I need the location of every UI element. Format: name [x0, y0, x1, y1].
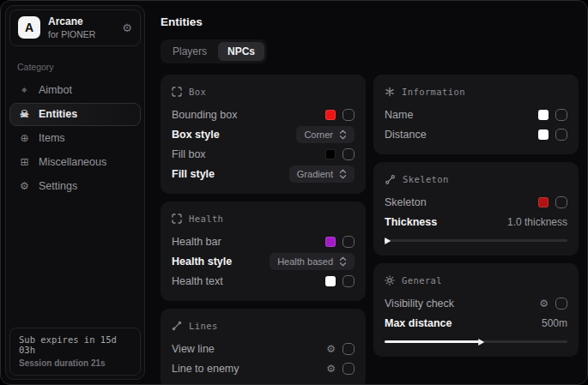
slider-fill	[385, 340, 480, 343]
items-icon: ⊕	[18, 132, 31, 144]
chevrons-up-down-icon	[339, 129, 347, 140]
setting-row: Fill style Gradient	[172, 164, 355, 183]
thickness-slider[interactable]	[385, 239, 567, 242]
card-title: Box	[189, 87, 206, 97]
visibility-check-checkbox[interactable]	[555, 298, 567, 310]
box-style-dropdown[interactable]: Corner	[296, 126, 355, 143]
setting-row: Visibility check ⚙	[385, 293, 567, 313]
fill-box-checkbox[interactable]	[342, 148, 355, 160]
line-to-enemy-settings-icon[interactable]: ⚙	[326, 363, 336, 375]
box-card-header: Box	[172, 83, 355, 100]
corner-brackets-icon	[172, 214, 182, 224]
dropdown-value: Health based	[277, 256, 333, 267]
sidebar-item-entities[interactable]: ☠ Entities	[9, 103, 141, 126]
setting-row: View line ⚙	[172, 339, 355, 358]
setting-label: Fill style	[172, 168, 215, 180]
health-text-color-swatch[interactable]	[325, 276, 336, 286]
setting-label: Max distance	[385, 317, 452, 329]
health-bar-checkbox[interactable]	[342, 236, 355, 248]
gear-icon[interactable]: ⚙	[122, 21, 132, 34]
setting-label: Fill box	[172, 148, 206, 160]
health-text-checkbox[interactable]	[342, 275, 355, 287]
chevrons-up-down-icon	[339, 169, 347, 179]
setting-row: Bounding box	[172, 105, 355, 124]
slider-thumb[interactable]	[478, 339, 484, 346]
setting-label: Name	[385, 109, 413, 121]
slider-value: 500m	[542, 317, 567, 329]
setting-row: Box style Corner	[172, 124, 355, 144]
box-card: Box Bounding box Box style Corner	[161, 75, 366, 194]
bounding-box-checkbox[interactable]	[342, 109, 355, 121]
name-color-swatch[interactable]	[538, 110, 549, 120]
sidebar-item-label: Entities	[39, 108, 77, 120]
health-bar-color-swatch[interactable]	[325, 237, 336, 247]
skeleton-checkbox[interactable]	[555, 196, 567, 208]
corner-brackets-icon	[172, 87, 182, 97]
left-column: Box Bounding box Box style Corner	[161, 75, 366, 384]
setting-row: Name	[385, 105, 567, 124]
setting-row: Skeleton	[385, 192, 567, 212]
bounding-box-color-swatch[interactable]	[325, 110, 336, 120]
main-content: Entities Players NPCs Box	[149, 1, 587, 384]
sidebar-item-miscellaneous[interactable]: ⊞ Miscellaneous	[9, 151, 141, 174]
skeleton-color-swatch[interactable]	[538, 197, 549, 208]
setting-label: Health bar	[172, 236, 221, 248]
tab-npcs[interactable]: NPCs	[218, 42, 264, 61]
settings-icon: ⚙	[18, 180, 31, 192]
subscription-box: Sub expires in 15d 03h Session duration …	[9, 328, 141, 376]
sidebar: A Arcane for PIONER ⚙ Category ⌖ Aimbot …	[1, 1, 149, 384]
setting-label: Health style	[172, 256, 232, 268]
setting-label: Box style	[172, 129, 220, 141]
cards-grid: Box Bounding box Box style Corner	[161, 75, 579, 384]
entities-icon: ☠	[18, 108, 31, 120]
distance-color-swatch[interactable]	[538, 129, 549, 140]
slider-label-row: Thickness 1.0 thickness	[385, 212, 567, 232]
health-card-header: Health	[172, 210, 355, 227]
sidebar-item-settings[interactable]: ⚙ Settings	[9, 175, 141, 198]
app-logo: A	[18, 16, 40, 39]
distance-checkbox[interactable]	[555, 129, 567, 141]
fill-box-color-swatch[interactable]	[325, 149, 336, 159]
setting-label: Line to enemy	[172, 363, 239, 375]
dropdown-value: Corner	[304, 129, 333, 140]
sidebar-item-label: Aimbot	[39, 84, 72, 96]
general-card-header: General	[385, 272, 567, 289]
app-meta: Arcane for PIONER	[48, 16, 95, 39]
slider-value: 1.0 thickness	[507, 216, 567, 228]
skeleton-card: Skeleton Skeleton Thickness 1.0 thicknes…	[373, 162, 579, 256]
sidebar-item-aimbot[interactable]: ⌖ Aimbot	[9, 79, 141, 102]
setting-row: Distance	[385, 124, 567, 144]
asterisk-icon	[385, 87, 395, 97]
information-card-header: Information	[385, 83, 567, 100]
app-header: A Arcane for PIONER ⚙	[9, 9, 141, 46]
app-subtitle: for PIONER	[48, 29, 95, 39]
setting-row: Health bar	[172, 232, 355, 251]
right-column: Information Name Distance	[373, 75, 579, 357]
app-window: A Arcane for PIONER ⚙ Category ⌖ Aimbot …	[0, 0, 588, 385]
chevrons-up-down-icon	[339, 256, 347, 267]
view-line-settings-icon[interactable]: ⚙	[326, 343, 336, 355]
fill-style-dropdown[interactable]: Gradient	[289, 165, 355, 183]
line-to-enemy-checkbox[interactable]	[342, 363, 355, 375]
setting-label: View line	[172, 343, 215, 355]
miscellaneous-icon: ⊞	[18, 156, 31, 168]
sidebar-item-items[interactable]: ⊕ Items	[9, 127, 141, 150]
health-style-dropdown[interactable]: Health based	[270, 253, 355, 270]
view-line-checkbox[interactable]	[342, 343, 355, 355]
card-title: General	[402, 275, 442, 286]
tab-players[interactable]: Players	[163, 42, 216, 61]
slider-thumb[interactable]	[385, 238, 391, 244]
setting-row: Health text	[172, 271, 355, 291]
sidebar-item-label: Items	[39, 132, 65, 144]
setting-label: Visibility check	[385, 298, 454, 310]
sidebar-nav: ⌖ Aimbot ☠ Entities ⊕ Items ⊞ Miscellane…	[6, 79, 144, 198]
slider-label-row: Max distance 500m	[385, 313, 567, 333]
information-card: Information Name Distance	[373, 75, 579, 154]
subscription-expiry: Sub expires in 15d 03h	[19, 334, 131, 355]
visibility-check-settings-icon[interactable]: ⚙	[539, 298, 549, 310]
skeleton-card-header: Skeleton	[385, 171, 567, 188]
name-checkbox[interactable]	[555, 109, 567, 121]
setting-row: Fill box	[172, 144, 355, 164]
max-distance-slider[interactable]	[385, 340, 567, 343]
health-card: Health Health bar Health style Health ba…	[161, 202, 366, 301]
